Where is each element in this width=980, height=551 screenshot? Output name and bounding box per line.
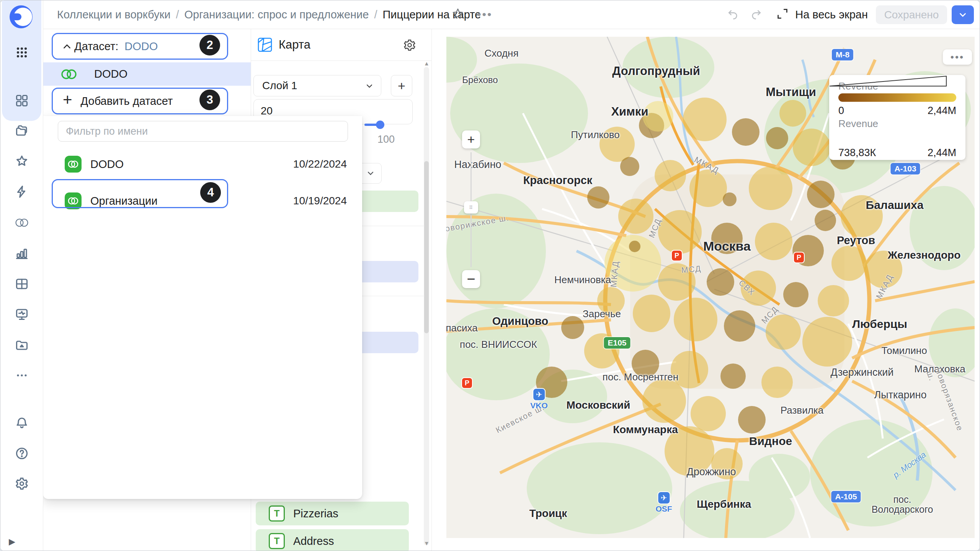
redo-icon[interactable] bbox=[750, 8, 762, 21]
dataset-option-DODO[interactable]: DODO 10/22/2024 bbox=[43, 152, 362, 176]
revenue-bubble[interactable] bbox=[779, 100, 806, 127]
revenue-bubble[interactable] bbox=[633, 295, 670, 332]
revenue-bubble[interactable] bbox=[738, 406, 766, 434]
breadcrumb[interactable]: Коллекции и воркбуки/Организации: спрос … bbox=[57, 0, 481, 29]
plane-icon: ✈ bbox=[533, 389, 545, 400]
favorites-icon[interactable] bbox=[14, 153, 29, 169]
quick-actions-icon[interactable] bbox=[14, 184, 29, 199]
revenue-bubble[interactable] bbox=[783, 282, 808, 307]
more-icon[interactable] bbox=[14, 368, 29, 383]
dataset-list-item-dodo[interactable]: DODO bbox=[43, 62, 251, 86]
gear-icon[interactable] bbox=[403, 39, 416, 52]
zoom-out-button[interactable]: − bbox=[462, 270, 480, 288]
zoom-slider-handle[interactable]: ⠿ bbox=[464, 201, 478, 214]
expand-rail-icon[interactable]: ▶ bbox=[9, 537, 15, 547]
dataset-selector[interactable]: Датасет: DODO 2 bbox=[52, 33, 228, 60]
field-chip-address[interactable]: TAddress bbox=[256, 529, 409, 551]
revenue-bubble[interactable] bbox=[683, 98, 727, 141]
revenue-bubble[interactable] bbox=[732, 118, 760, 146]
dashboards-icon[interactable] bbox=[14, 276, 29, 292]
datalens-window: Коллекции и воркбуки/Организации: спрос … bbox=[0, 0, 980, 551]
add-layer-button[interactable]: + bbox=[391, 75, 412, 96]
plus-icon: + bbox=[63, 91, 72, 109]
revenue-bubble[interactable] bbox=[629, 241, 640, 252]
revenue-bubble[interactable] bbox=[674, 298, 717, 341]
opacity-slider-knob[interactable] bbox=[376, 121, 384, 129]
fullscreen-icon[interactable] bbox=[776, 7, 789, 22]
opacity-value: 20 bbox=[261, 105, 273, 117]
revenue-bubble[interactable] bbox=[620, 157, 639, 176]
favorite-star-icon[interactable] bbox=[451, 7, 464, 22]
revenue-bubble[interactable] bbox=[766, 127, 788, 149]
storage-icon[interactable] bbox=[14, 337, 29, 352]
revenue-bubble[interactable] bbox=[691, 396, 726, 431]
map-city-label: пасиха bbox=[446, 323, 478, 333]
collections-icon[interactable] bbox=[14, 123, 29, 138]
scroll-up-icon[interactable]: ▲ bbox=[424, 60, 429, 67]
legend-gradient-bar bbox=[838, 93, 956, 102]
saved-button[interactable]: Сохранено bbox=[876, 5, 947, 24]
field-chip-label: Pizzerias bbox=[293, 507, 338, 520]
panel-scrollbar[interactable] bbox=[424, 67, 429, 545]
railway-station-icon: Р bbox=[794, 253, 804, 262]
field-chip-pizzerias[interactable]: TPizzerias bbox=[256, 502, 409, 525]
annotation-badge-4: 4 bbox=[200, 182, 221, 203]
revenue-bubble[interactable] bbox=[815, 210, 836, 231]
field-drop-zone-green[interactable] bbox=[357, 191, 418, 212]
revenue-bubble[interactable] bbox=[561, 316, 584, 339]
workbooks-icon[interactable] bbox=[14, 93, 29, 108]
revenue-bubble[interactable] bbox=[587, 186, 609, 209]
revenue-bubble[interactable] bbox=[720, 364, 746, 389]
map-city-label: Одинцово bbox=[492, 315, 548, 327]
revenue-bubble[interactable] bbox=[642, 379, 686, 423]
revenue-bubble[interactable] bbox=[802, 317, 852, 367]
layer-select[interactable]: Слой 1 bbox=[253, 75, 381, 96]
zoom-in-button[interactable]: + bbox=[462, 130, 480, 148]
revenue-bubble[interactable] bbox=[618, 199, 653, 234]
settings-icon[interactable] bbox=[14, 476, 29, 491]
datasets-icon[interactable] bbox=[14, 215, 29, 230]
revenue-bubble[interactable] bbox=[707, 268, 734, 296]
revenue-bubble[interactable] bbox=[831, 246, 867, 281]
revenue-bubble[interactable] bbox=[689, 170, 727, 207]
apps-grid-icon[interactable] bbox=[14, 45, 29, 60]
chart-type-title: Карта bbox=[279, 38, 310, 52]
map-legend: Revenue 0 2,44M Revenue 738,83К 2,44М bbox=[829, 75, 965, 160]
scroll-down-icon[interactable]: ▼ bbox=[424, 540, 429, 546]
revenue-bubble[interactable] bbox=[658, 210, 702, 254]
map-area: СходняБрёховоДолгопрудныйМытищиХимкиПути… bbox=[431, 29, 980, 551]
add-dataset-button[interactable]: + Добавить датасет 3 bbox=[52, 88, 228, 114]
revenue-bubble[interactable] bbox=[723, 192, 737, 206]
revenue-bubble[interactable] bbox=[755, 223, 792, 260]
fullscreen-label[interactable]: На весь экран bbox=[795, 0, 868, 29]
notifications-icon[interactable] bbox=[14, 415, 29, 430]
save-menu-button[interactable] bbox=[952, 5, 974, 24]
breadcrumb-item[interactable]: Пиццерии на карте bbox=[382, 8, 481, 21]
revenue-bubble[interactable] bbox=[807, 181, 835, 208]
revenue-bubble[interactable] bbox=[749, 166, 792, 210]
field-drop-zone-blue[interactable] bbox=[357, 261, 418, 282]
revenue-bubble[interactable] bbox=[655, 160, 686, 191]
breadcrumb-more-icon[interactable]: ••• bbox=[477, 8, 493, 21]
map-canvas[interactable]: СходняБрёховоДолгопрудныйМытищиХимкиПути… bbox=[446, 37, 975, 538]
railway-station-icon: Р bbox=[672, 251, 682, 261]
scrollbar-thumb[interactable] bbox=[424, 161, 429, 333]
revenue-bubble[interactable] bbox=[818, 285, 849, 316]
revenue-bubble[interactable] bbox=[761, 367, 793, 398]
field-drop-zone-blue[interactable] bbox=[357, 332, 418, 353]
map-city-label: Щербинка bbox=[697, 499, 751, 510]
legend-min-color: 0 bbox=[838, 105, 844, 117]
revenue-bubble[interactable] bbox=[793, 129, 830, 166]
breadcrumb-item[interactable]: Коллекции и воркбуки bbox=[57, 8, 170, 21]
map-more-button[interactable]: ••• bbox=[943, 49, 972, 65]
monitoring-icon[interactable] bbox=[14, 306, 29, 322]
charts-icon[interactable] bbox=[14, 246, 29, 261]
breadcrumb-item[interactable]: Организации: спрос и предложение bbox=[184, 8, 369, 21]
undo-icon[interactable] bbox=[727, 8, 739, 21]
section-divider bbox=[357, 296, 424, 296]
dataset-filter-input[interactable] bbox=[58, 121, 348, 142]
help-icon[interactable] bbox=[14, 446, 29, 461]
add-dataset-label: Добавить датасет bbox=[81, 95, 173, 108]
datalens-logo[interactable] bbox=[9, 5, 33, 29]
revenue-bubble[interactable] bbox=[724, 310, 755, 342]
